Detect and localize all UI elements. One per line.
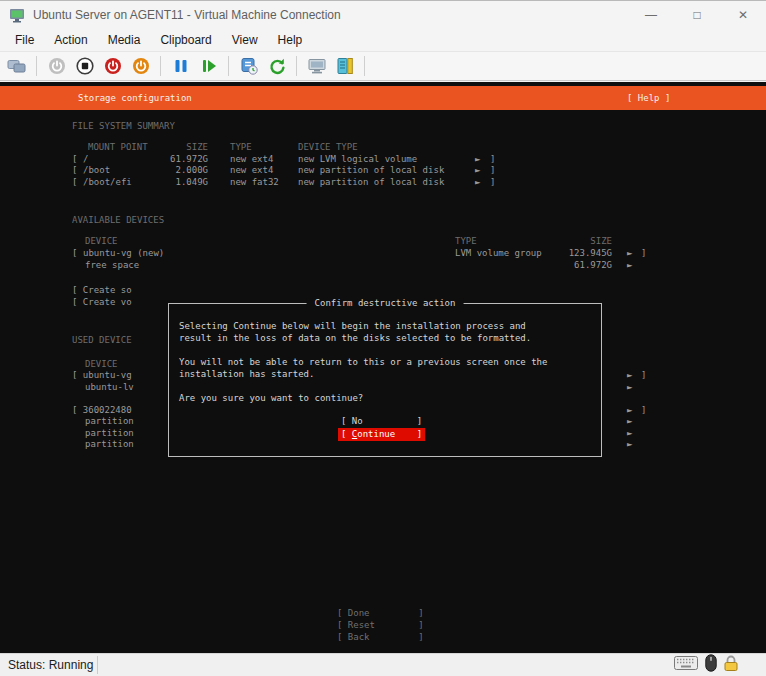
statusbar-separator: [97, 656, 98, 674]
fs-col-device-type: DEVICE TYPE: [298, 142, 358, 153]
mouse-icon: [705, 654, 717, 676]
continue-button[interactable]: [ Continue ]: [338, 428, 425, 441]
maximize-button[interactable]: □: [674, 1, 720, 29]
confirm-destructive-action-dialog: Confirm destructive action Selecting Con…: [168, 303, 602, 457]
dialog-text: You will not be able to return to this o…: [179, 357, 547, 368]
device-type-value: new LVM logical volume: [298, 154, 417, 165]
expand-arrow-icon: ►: [627, 370, 632, 381]
tui-header: Storage configuration [ Help ]: [0, 86, 766, 110]
resume-icon[interactable]: [198, 56, 219, 77]
ctrl-alt-del-icon[interactable]: [6, 56, 27, 77]
dialog-title: Confirm destructive action: [307, 298, 464, 309]
avail-col-type: TYPE: [455, 236, 477, 247]
expand-arrow-icon: ►: [627, 405, 632, 416]
type-value: new ext4: [230, 154, 273, 165]
continue-button-prefix: [: [341, 429, 352, 439]
vm-monitor-icon: [9, 7, 25, 23]
expand-arrow-icon: ►: [475, 165, 480, 176]
size-value: 61.972G: [136, 154, 208, 165]
expand-arrow-icon: ►: [475, 177, 480, 188]
start-icon[interactable]: [46, 56, 67, 77]
mount-point-value: /: [83, 154, 88, 165]
toolbar-separator: [160, 56, 161, 76]
dialog-text: installation has started.: [179, 369, 314, 380]
shut-down-icon[interactable]: [102, 56, 123, 77]
save-icon[interactable]: [130, 56, 151, 77]
device-value: ubuntu-lv: [85, 382, 134, 393]
status-text: Status: Running: [8, 654, 93, 676]
expand-arrow-icon: ►: [475, 154, 480, 165]
row-close-bracket: ]: [641, 248, 646, 259]
back-button[interactable]: [ Back ]: [337, 632, 424, 643]
row-open-bracket: [: [72, 248, 77, 259]
pause-icon[interactable]: [170, 56, 191, 77]
device-value: partition: [85, 416, 134, 427]
revert-icon[interactable]: [266, 56, 287, 77]
expand-arrow-icon: ►: [627, 382, 632, 393]
share-icon[interactable]: [334, 56, 355, 77]
window-title: Ubuntu Server on AGENT11 - Virtual Machi…: [33, 8, 341, 22]
menu-help[interactable]: Help: [268, 29, 313, 51]
size-value: 123.945G: [540, 248, 612, 259]
menu-media[interactable]: Media: [98, 29, 151, 51]
size-value: 1.049G: [136, 177, 208, 188]
fs-col-type: TYPE: [230, 142, 252, 153]
used-devices-section-label: USED DEVICE: [72, 335, 132, 346]
type-value: LVM volume group: [455, 248, 542, 259]
create-software-raid-button[interactable]: [ Create so: [72, 285, 132, 296]
device-value: partition: [85, 439, 134, 450]
toolbar-separator: [228, 56, 229, 76]
mount-point-value: /boot: [83, 165, 110, 176]
device-type-value: new partition of local disk: [298, 177, 444, 188]
avail-col-device: DEVICE: [85, 236, 118, 247]
statusbar: Status: Running: [0, 653, 766, 676]
menubar: File Action Media Clipboard View Help: [0, 29, 766, 51]
menu-file[interactable]: File: [5, 29, 44, 51]
expand-arrow-icon: ►: [627, 260, 632, 271]
expand-arrow-icon: ►: [627, 416, 632, 427]
minimize-button[interactable]: —: [628, 1, 674, 29]
vmconnect-window: Ubuntu Server on AGENT11 - Virtual Machi…: [0, 0, 766, 676]
size-value: 61.972G: [540, 260, 612, 271]
device-value: [ 360022480: [72, 405, 132, 416]
toolbar: [0, 51, 766, 81]
checkpoint-icon[interactable]: [238, 56, 259, 77]
lock-icon: [724, 655, 738, 675]
close-button[interactable]: ✕: [720, 1, 766, 29]
size-value: 2.000G: [136, 165, 208, 176]
no-button[interactable]: [ No ]: [341, 416, 422, 427]
available-devices-section-label: AVAILABLE DEVICES: [72, 215, 164, 226]
continue-button-rest: ontinue ]: [357, 429, 422, 439]
row-open-bracket: [: [72, 177, 77, 188]
done-button[interactable]: [ Done ]: [337, 608, 424, 619]
create-volume-group-button[interactable]: [ Create vo: [72, 297, 132, 308]
expand-arrow-icon: ►: [627, 428, 632, 439]
avail-col-size: SIZE: [540, 236, 612, 247]
device-value: partition: [85, 428, 134, 439]
device-type-value: new partition of local disk: [298, 165, 444, 176]
menu-view[interactable]: View: [222, 29, 268, 51]
row-close-bracket: ]: [490, 165, 495, 176]
expand-arrow-icon: ►: [627, 439, 632, 450]
mount-point-value: /boot/efi: [83, 177, 132, 188]
vm-terminal-screen: Storage configuration [ Help ] FILE SYST…: [0, 82, 766, 654]
toolbar-separator: [364, 56, 365, 76]
turn-off-icon[interactable]: [74, 56, 95, 77]
row-close-bracket: ]: [490, 154, 495, 165]
type-value: new ext4: [230, 165, 273, 176]
toolbar-separator: [296, 56, 297, 76]
device-value: ubuntu-vg (new): [83, 248, 164, 259]
device-value: [ ubuntu-vg: [72, 370, 132, 381]
row-open-bracket: [: [72, 165, 77, 176]
titlebar: Ubuntu Server on AGENT11 - Virtual Machi…: [0, 1, 766, 29]
menu-clipboard[interactable]: Clipboard: [150, 29, 221, 51]
fs-col-size: SIZE: [136, 142, 208, 153]
type-value: new fat32: [230, 177, 279, 188]
enhanced-session-icon[interactable]: [306, 56, 327, 77]
dialog-text: Selecting Continue below will begin the …: [179, 321, 526, 332]
device-value: free space: [85, 260, 139, 271]
menu-action[interactable]: Action: [44, 29, 97, 51]
page-title: Storage configuration: [78, 93, 192, 104]
help-button[interactable]: [ Help ]: [627, 93, 670, 104]
reset-button[interactable]: [ Reset ]: [337, 620, 424, 631]
